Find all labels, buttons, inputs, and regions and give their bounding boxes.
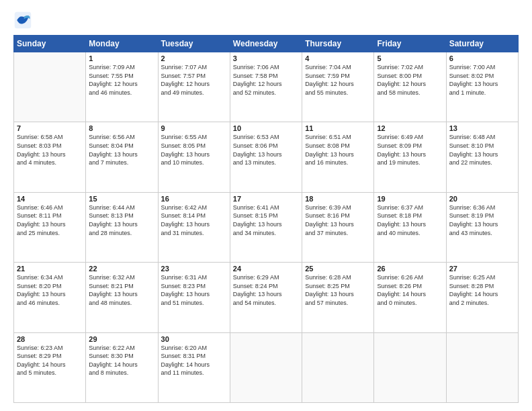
day-info: Sunrise: 6:56 AM Sunset: 8:04 PM Dayligh…: [89, 133, 154, 167]
calendar-week-row: 28Sunrise: 6:23 AM Sunset: 8:29 PM Dayli…: [14, 332, 519, 402]
day-number: 16: [161, 195, 227, 203]
calendar-cell: 28Sunrise: 6:23 AM Sunset: 8:29 PM Dayli…: [14, 332, 86, 402]
day-info: Sunrise: 6:34 AM Sunset: 8:20 PM Dayligh…: [17, 273, 83, 307]
day-info: Sunrise: 7:09 AM Sunset: 7:55 PM Dayligh…: [89, 63, 154, 97]
day-number: 1: [89, 54, 154, 62]
day-info: Sunrise: 6:51 AM Sunset: 8:08 PM Dayligh…: [305, 133, 371, 167]
day-info: Sunrise: 6:28 AM Sunset: 8:25 PM Dayligh…: [305, 273, 371, 307]
day-number: 20: [449, 195, 515, 203]
calendar-cell: 21Sunrise: 6:34 AM Sunset: 8:20 PM Dayli…: [14, 263, 86, 332]
day-info: Sunrise: 6:36 AM Sunset: 8:19 PM Dayligh…: [449, 203, 515, 237]
page: SundayMondayTuesdayWednesdayThursdayFrid…: [0, 0, 532, 411]
day-number: 23: [161, 265, 227, 273]
day-info: Sunrise: 7:04 AM Sunset: 7:59 PM Dayligh…: [305, 63, 371, 97]
calendar-cell: 9Sunrise: 6:55 AM Sunset: 8:05 PM Daylig…: [158, 122, 230, 192]
day-info: Sunrise: 6:20 AM Sunset: 8:31 PM Dayligh…: [161, 344, 227, 377]
calendar-cell: 10Sunrise: 6:53 AM Sunset: 8:06 PM Dayli…: [230, 122, 302, 192]
calendar-cell: [446, 332, 518, 402]
day-info: Sunrise: 6:25 AM Sunset: 8:28 PM Dayligh…: [449, 273, 515, 307]
calendar-cell: 4Sunrise: 7:04 AM Sunset: 7:59 PM Daylig…: [302, 52, 374, 122]
weekday-header-monday: Monday: [86, 36, 158, 52]
day-number: 14: [17, 195, 83, 203]
calendar-cell: 23Sunrise: 6:31 AM Sunset: 8:23 PM Dayli…: [158, 263, 230, 332]
calendar-cell: 7Sunrise: 6:58 AM Sunset: 8:03 PM Daylig…: [14, 122, 86, 192]
calendar-cell: 5Sunrise: 7:02 AM Sunset: 8:00 PM Daylig…: [374, 52, 446, 122]
day-info: Sunrise: 6:41 AM Sunset: 8:15 PM Dayligh…: [233, 203, 299, 237]
day-number: 21: [17, 265, 83, 273]
calendar-cell: 26Sunrise: 6:26 AM Sunset: 8:26 PM Dayli…: [374, 263, 446, 332]
day-number: 10: [233, 124, 299, 132]
calendar-cell: 20Sunrise: 6:36 AM Sunset: 8:19 PM Dayli…: [446, 192, 518, 262]
calendar-cell: 12Sunrise: 6:49 AM Sunset: 8:09 PM Dayli…: [374, 122, 446, 192]
calendar-cell: 1Sunrise: 7:09 AM Sunset: 7:55 PM Daylig…: [86, 52, 158, 122]
calendar-cell: 24Sunrise: 6:29 AM Sunset: 8:24 PM Dayli…: [230, 263, 302, 332]
calendar-cell: 13Sunrise: 6:48 AM Sunset: 8:10 PM Dayli…: [446, 122, 518, 192]
calendar-cell: 2Sunrise: 7:07 AM Sunset: 7:57 PM Daylig…: [158, 52, 230, 122]
day-info: Sunrise: 6:48 AM Sunset: 8:10 PM Dayligh…: [449, 133, 515, 167]
weekday-header-wednesday: Wednesday: [230, 36, 302, 52]
day-number: 27: [449, 265, 515, 273]
calendar-week-row: 7Sunrise: 6:58 AM Sunset: 8:03 PM Daylig…: [14, 122, 519, 192]
weekday-header-thursday: Thursday: [302, 36, 374, 52]
day-info: Sunrise: 6:26 AM Sunset: 8:26 PM Dayligh…: [377, 273, 443, 307]
day-info: Sunrise: 6:53 AM Sunset: 8:06 PM Dayligh…: [233, 133, 299, 167]
calendar-cell: 15Sunrise: 6:44 AM Sunset: 8:13 PM Dayli…: [86, 192, 158, 262]
calendar-week-row: 1Sunrise: 7:09 AM Sunset: 7:55 PM Daylig…: [14, 52, 519, 122]
day-number: 11: [305, 124, 371, 132]
day-number: 17: [233, 195, 299, 203]
calendar-cell: 30Sunrise: 6:20 AM Sunset: 8:31 PM Dayli…: [158, 332, 230, 402]
day-number: 6: [449, 54, 515, 62]
day-info: Sunrise: 6:58 AM Sunset: 8:03 PM Dayligh…: [17, 133, 83, 167]
calendar-cell: 8Sunrise: 6:56 AM Sunset: 8:04 PM Daylig…: [86, 122, 158, 192]
day-number: 8: [89, 124, 154, 132]
day-number: 15: [89, 195, 154, 203]
day-number: 12: [377, 124, 443, 132]
day-info: Sunrise: 7:00 AM Sunset: 8:02 PM Dayligh…: [449, 63, 515, 97]
calendar-cell: 14Sunrise: 6:46 AM Sunset: 8:11 PM Dayli…: [14, 192, 86, 262]
day-number: 22: [89, 265, 154, 273]
day-info: Sunrise: 6:39 AM Sunset: 8:16 PM Dayligh…: [305, 203, 371, 237]
calendar-cell: 19Sunrise: 6:37 AM Sunset: 8:18 PM Dayli…: [374, 192, 446, 262]
weekday-header-saturday: Saturday: [446, 36, 518, 52]
calendar-cell: 25Sunrise: 6:28 AM Sunset: 8:25 PM Dayli…: [302, 263, 374, 332]
day-info: Sunrise: 6:32 AM Sunset: 8:21 PM Dayligh…: [89, 273, 154, 307]
header: [13, 11, 519, 30]
calendar-cell: 22Sunrise: 6:32 AM Sunset: 8:21 PM Dayli…: [86, 263, 158, 332]
day-number: 3: [233, 54, 299, 62]
day-number: 26: [377, 265, 443, 273]
calendar-week-row: 21Sunrise: 6:34 AM Sunset: 8:20 PM Dayli…: [14, 263, 519, 332]
day-info: Sunrise: 6:37 AM Sunset: 8:18 PM Dayligh…: [377, 203, 443, 237]
day-info: Sunrise: 6:49 AM Sunset: 8:09 PM Dayligh…: [377, 133, 443, 167]
day-number: 9: [161, 124, 227, 132]
calendar-cell: 17Sunrise: 6:41 AM Sunset: 8:15 PM Dayli…: [230, 192, 302, 262]
day-number: 24: [233, 265, 299, 273]
day-number: 7: [17, 124, 83, 132]
calendar-table: SundayMondayTuesdayWednesdayThursdayFrid…: [13, 35, 519, 403]
calendar-cell: 29Sunrise: 6:22 AM Sunset: 8:30 PM Dayli…: [86, 332, 158, 402]
day-info: Sunrise: 6:29 AM Sunset: 8:24 PM Dayligh…: [233, 273, 299, 307]
day-info: Sunrise: 6:44 AM Sunset: 8:13 PM Dayligh…: [89, 203, 154, 237]
calendar-cell: [374, 332, 446, 402]
calendar-cell: 27Sunrise: 6:25 AM Sunset: 8:28 PM Dayli…: [446, 263, 518, 332]
day-number: 28: [17, 335, 83, 343]
day-number: 30: [161, 335, 227, 343]
weekday-header-sunday: Sunday: [14, 36, 86, 52]
day-number: 25: [305, 265, 371, 273]
calendar-cell: [302, 332, 374, 402]
calendar-cell: 18Sunrise: 6:39 AM Sunset: 8:16 PM Dayli…: [302, 192, 374, 262]
logo: [13, 11, 35, 30]
calendar-week-row: 14Sunrise: 6:46 AM Sunset: 8:11 PM Dayli…: [14, 192, 519, 262]
generalblue-icon: [13, 11, 32, 30]
day-info: Sunrise: 7:06 AM Sunset: 7:58 PM Dayligh…: [233, 63, 299, 97]
calendar-cell: 11Sunrise: 6:51 AM Sunset: 8:08 PM Dayli…: [302, 122, 374, 192]
day-number: 19: [377, 195, 443, 203]
weekday-header-row: SundayMondayTuesdayWednesdayThursdayFrid…: [14, 36, 519, 52]
day-info: Sunrise: 7:02 AM Sunset: 8:00 PM Dayligh…: [377, 63, 443, 97]
day-info: Sunrise: 7:07 AM Sunset: 7:57 PM Dayligh…: [161, 63, 227, 97]
day-number: 18: [305, 195, 371, 203]
weekday-header-tuesday: Tuesday: [158, 36, 230, 52]
calendar-cell: 3Sunrise: 7:06 AM Sunset: 7:58 PM Daylig…: [230, 52, 302, 122]
day-info: Sunrise: 6:23 AM Sunset: 8:29 PM Dayligh…: [17, 344, 83, 377]
day-info: Sunrise: 6:31 AM Sunset: 8:23 PM Dayligh…: [161, 273, 227, 307]
day-info: Sunrise: 6:22 AM Sunset: 8:30 PM Dayligh…: [89, 344, 154, 377]
